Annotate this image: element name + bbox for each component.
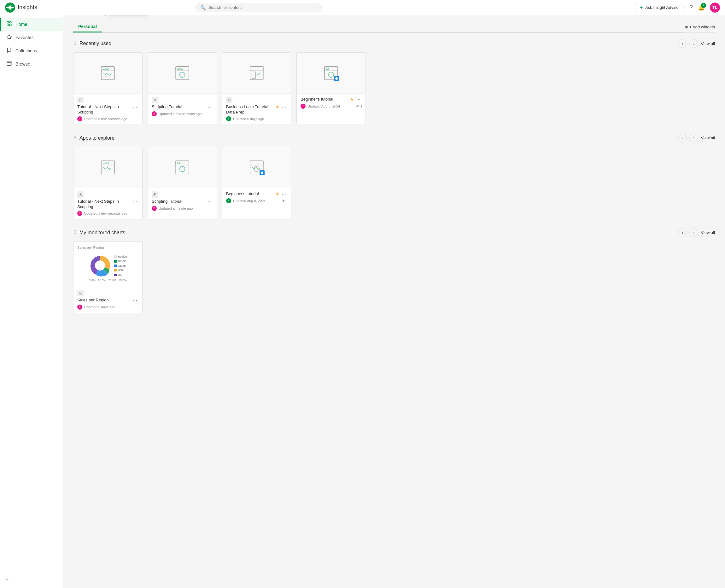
more-options-button[interactable]: ··· [206,199,213,205]
svg-rect-8 [10,24,12,26]
app-icon [174,160,190,175]
card-avatar: T [77,211,82,216]
star-button[interactable]: ★ [350,97,354,102]
more-options-button[interactable]: ··· [281,191,287,197]
next-button-recently-used[interactable]: › [689,39,698,48]
prev-button-recently-used[interactable]: ‹ [678,39,687,48]
card-thumbnail [297,52,366,93]
drag-handle-icon[interactable]: ⠿ [73,41,77,47]
card-thumbnail [148,52,216,93]
more-options-button[interactable]: ··· [355,97,362,103]
more-options-button[interactable]: ··· [206,104,213,110]
svg-rect-5 [7,21,8,23]
card-updated: Updated Aug 8, 2024 [233,199,266,203]
card-tutorial-scripting-2[interactable]: Tutorial - Next Steps in Scripting ··· T… [73,147,143,219]
star-button[interactable]: ★ [275,191,279,196]
view-all-charts[interactable]: View all [701,230,715,235]
card-footer: Sales per Region ··· T Updated 6 days ag… [74,287,142,313]
card-footer: Tutorial - Next Steps in Scripting ··· T… [74,188,142,219]
card-title: Tutorial - Next Steps in Scripting [77,104,130,115]
donut-chart [89,254,111,277]
next-button-charts[interactable]: › [689,228,698,237]
tab-personal[interactable]: Personal [73,21,102,33]
section-title-group: ⠿ Apps to explore [73,135,115,141]
drag-handle-icon[interactable]: ⠿ [73,230,77,235]
card-updated: Updated a minute ago [159,207,193,210]
logo-group: Insights [5,2,37,13]
app-icon [100,160,116,175]
svg-rect-15 [103,68,105,69]
svg-point-34 [335,77,338,80]
user-avatar[interactable]: TL [710,2,720,13]
app-name: Insights [18,4,37,11]
card-beginners-tutorial-1[interactable]: 👁 1 Beginner's tutorial ★ ··· T Updated … [296,52,366,125]
card-footer: Beginner's tutorial ★ ··· T Updated Aug … [297,93,366,112]
card-beginners-tutorial-2[interactable]: 👁 1 Beginner's tutorial ★ ··· T Updated … [222,147,291,219]
card-meta: T Updated a few seconds ago [77,211,139,216]
main-tabs: Personal [73,21,685,33]
card-thumbnail [148,147,216,188]
sidebar-item-collections[interactable]: Collections [0,44,63,57]
card-footer: Scripting Tutorial ··· T Updated a minut… [148,188,216,214]
view-all-recently-used[interactable]: View all [701,41,715,46]
views-number: 1 [360,104,362,108]
notification-badge: 1 [701,3,706,8]
svg-point-48 [261,171,263,174]
add-widgets-label: + Add widgets [689,25,715,29]
svg-rect-21 [178,68,180,69]
notifications-button[interactable]: 🔔 1 [698,4,705,11]
sidebar-item-browse[interactable]: Browse [0,57,63,71]
help-button[interactable]: ? [690,4,693,11]
insight-advisor-button[interactable]: ✦ Ask Insight Advisor [635,3,685,12]
collections-icon [6,47,12,54]
card-title: Tutorial - Next Steps in Scripting [77,199,130,210]
card-scripting-tutorial-2[interactable]: Scripting Tutorial ··· T Updated a minut… [148,147,217,219]
card-meta: T Updated Aug 8, 2024 [226,198,287,203]
owner-icon [226,97,232,103]
card-tutorial-scripting-1[interactable]: Tutorial - Next Steps in Scripting ··· T… [73,52,143,125]
home-icon [6,21,12,28]
star-icon [6,34,12,41]
section-title-group: ⠿ My monitored charts [73,230,125,235]
card-avatar: T [226,116,231,121]
svg-rect-7 [7,24,8,26]
apps-to-explore-cards: Tutorial - Next Steps in Scripting ··· T… [73,147,715,219]
drag-handle-icon[interactable]: ⠿ [73,135,77,141]
eye-icon: 👁 [282,199,285,203]
sidebar-item-favorites[interactable]: Favorites [0,31,63,44]
view-all-apps[interactable]: View all [701,135,715,140]
card-avatar: T [77,304,82,310]
card-meta: T Updated a minute ago [152,206,213,211]
prev-button-charts[interactable]: ‹ [678,228,687,237]
more-options-button[interactable]: ··· [132,199,139,205]
next-button-apps[interactable]: › [689,134,698,143]
more-options-button[interactable]: ··· [132,298,139,303]
card-meta: T Updated a few seconds ago [77,116,139,121]
sidebar-item-home[interactable]: Home [0,18,63,31]
sidebar: Home Favorites Collections Browse ← [0,15,63,573]
owner-icon [152,97,158,103]
section-charts-header: ⠿ My monitored charts ‹ › View all [73,228,715,237]
sidebar-collections-label: Collections [16,48,37,53]
svg-rect-27 [252,71,256,78]
card-updated: Updated 6 days ago [233,117,264,121]
more-options-button[interactable]: ··· [281,104,287,110]
prev-button-apps[interactable]: ‹ [678,134,687,143]
star-button[interactable]: ★ [275,104,279,109]
card-footer: Beginner's tutorial ★ ··· T Updated Aug … [222,188,291,207]
chart-percentages: 3.3% 11.3% 26.9% 45.5% [77,279,139,282]
card-business-logic[interactable]: Business Logic Tutorial Data Prep ★ ··· … [222,52,291,125]
search-bar[interactable]: 🔍 [195,3,322,12]
chart-card-sales[interactable]: Sales per Region [73,241,143,313]
card-footer: Business Logic Tutorial Data Prep ★ ··· … [222,93,291,125]
add-widgets-button[interactable]: ⊕ + Add widgets [685,25,715,29]
insight-advisor-icon: ✦ [640,5,643,10]
card-meta: T Updated 6 days ago [77,304,139,310]
insight-advisor-label: Ask Insight Advisor [645,5,680,10]
app-icon [249,65,265,81]
app-header: Insights 🔍 ✦ Ask Insight Advisor ? 🔔 1 T… [0,0,725,15]
card-scripting-tutorial-1[interactable]: Scripting Tutorial ··· T Updated a few s… [148,52,217,125]
more-options-button[interactable]: ··· [132,104,139,110]
search-input[interactable] [208,5,317,10]
plus-icon: ⊕ [685,25,688,29]
